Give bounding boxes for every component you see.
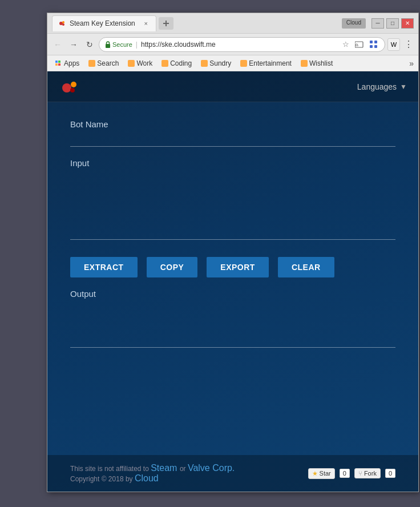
svg-rect-12	[58, 61, 60, 63]
svg-point-17	[70, 88, 75, 92]
bookmark-work[interactable]: Work	[124, 58, 156, 69]
bookmark-search[interactable]: Search	[85, 58, 122, 69]
bookmarks-more-button[interactable]: »	[409, 59, 414, 68]
svg-rect-9	[370, 45, 373, 48]
svg-rect-4	[163, 23, 169, 24]
output-section: Output	[70, 289, 395, 444]
star-icon: ★	[312, 470, 318, 477]
svg-point-15	[62, 83, 71, 92]
valve-link[interactable]: Valve Corp.	[188, 463, 235, 473]
page-content: Languages ▼ Bot Name Input EXTRACT COPY …	[47, 71, 418, 492]
bookmark-apps-label: Apps	[64, 59, 79, 67]
star-count: 0	[340, 469, 350, 478]
browser-menu-button[interactable]: ⋮	[402, 38, 415, 51]
bot-name-label: Bot Name	[70, 119, 395, 129]
bookmark-star-icon[interactable]: ☆	[340, 39, 352, 50]
dropdown-arrow-icon: ▼	[400, 83, 407, 91]
svg-point-16	[71, 82, 76, 87]
bookmarks-bar: Apps Search Work Coding Sundry Entertain…	[47, 55, 418, 71]
bookmark-wishlist[interactable]: Wishlist	[297, 58, 336, 69]
tab-favicon-icon	[58, 19, 66, 27]
close-button[interactable]: ✕	[401, 18, 414, 29]
bookmark-coding-icon	[161, 60, 168, 67]
cast-icon[interactable]	[354, 39, 365, 50]
output-label: Output	[70, 289, 395, 299]
svg-rect-14	[58, 63, 60, 66]
tab-title: Steam Key Extension	[70, 19, 135, 27]
new-tab-icon	[163, 21, 169, 26]
svg-rect-7	[370, 41, 373, 43]
fork-icon: ⑂	[358, 470, 362, 477]
cloud-badge: Cloud	[342, 18, 366, 29]
fork-count: 0	[385, 469, 395, 478]
languages-label: Languages	[357, 82, 397, 91]
languages-dropdown[interactable]: Languages ▼	[357, 82, 407, 91]
url-display: https://ske.cloudswift.me	[141, 41, 216, 49]
lock-icon	[105, 41, 111, 48]
refresh-button[interactable]: ↻	[83, 38, 96, 51]
tab-close-button[interactable]: ×	[142, 19, 150, 27]
active-tab[interactable]: Steam Key Extension ×	[52, 15, 156, 31]
url-separator: |	[136, 41, 138, 49]
minimize-button[interactable]: ─	[371, 18, 384, 29]
svg-point-1	[62, 21, 64, 23]
window-controls: Cloud ─ □ ✕	[342, 18, 414, 29]
navigation-bar: ← → ↻ Secure | https://ske.cloudswift.me…	[47, 34, 418, 55]
address-bar[interactable]: Secure | https://ske.cloudswift.me ☆	[99, 37, 385, 52]
back-button[interactable]: ←	[51, 38, 64, 51]
star-label: Star	[320, 470, 331, 477]
svg-rect-6	[355, 42, 363, 47]
or-text: or	[180, 465, 188, 473]
cloud-link[interactable]: Cloud	[135, 473, 159, 483]
word-extension-icon[interactable]: W	[387, 38, 400, 51]
cast-svg-icon	[355, 41, 364, 49]
extension-icon[interactable]	[368, 39, 379, 50]
export-button[interactable]: EXPORT	[207, 257, 269, 277]
svg-rect-13	[55, 63, 58, 66]
bookmark-wishlist-icon	[301, 60, 308, 67]
app-logo-icon	[59, 77, 79, 97]
new-tab-button[interactable]	[159, 17, 173, 30]
copy-button[interactable]: COPY	[147, 257, 198, 277]
bookmark-search-icon	[88, 60, 95, 67]
browser-window: Steam Key Extension × Cloud ─ □ ✕ ← → ↻	[47, 13, 419, 492]
bookmark-coding[interactable]: Coding	[158, 58, 195, 69]
clear-button[interactable]: CLEAR	[278, 257, 334, 277]
maximize-button[interactable]: □	[386, 18, 399, 29]
bookmark-work-icon	[128, 60, 135, 67]
bookmark-coding-label: Coding	[170, 59, 192, 67]
svg-point-2	[62, 23, 64, 26]
github-badges: ★ Star 0 ⑂ Fork 0	[308, 468, 395, 479]
output-textarea[interactable]	[70, 302, 395, 348]
copyright-text: Copyright © 2018 by	[70, 475, 135, 483]
bookmark-entertainment[interactable]: Entertainment	[237, 58, 295, 69]
fork-label: Fork	[364, 470, 377, 477]
main-area: Bot Name Input EXTRACT COPY EXPORT CLEAR…	[47, 102, 418, 455]
bookmark-entertainment-icon	[240, 60, 247, 67]
address-bar-icons: ☆	[340, 39, 379, 50]
steam-link[interactable]: Steam	[151, 463, 177, 473]
page-footer: This site is not affiliated to Steam or …	[47, 455, 418, 492]
svg-rect-10	[374, 45, 377, 48]
bookmark-entertainment-label: Entertainment	[249, 59, 292, 67]
forward-button[interactable]: →	[67, 38, 80, 51]
extract-button[interactable]: EXTRACT	[70, 257, 138, 277]
disclaimer-text: This site is not affiliated to	[70, 465, 151, 473]
svg-rect-8	[374, 41, 377, 43]
bookmark-wishlist-label: Wishlist	[309, 59, 333, 67]
secure-badge: Secure	[105, 41, 132, 48]
footer-disclaimer: This site is not affiliated to Steam or …	[70, 463, 235, 484]
star-badge[interactable]: ★ Star	[308, 468, 335, 479]
fork-badge[interactable]: ⑂ Fork	[354, 468, 381, 478]
bookmark-work-label: Work	[136, 59, 152, 67]
bookmark-sundry[interactable]: Sundry	[197, 58, 235, 69]
bookmark-apps[interactable]: Apps	[52, 58, 83, 69]
bot-name-input[interactable]	[70, 132, 395, 147]
bookmark-sundry-label: Sundry	[209, 59, 231, 67]
nav-extra-icons: W ⋮	[387, 38, 415, 51]
bookmark-sundry-icon	[201, 60, 208, 67]
svg-rect-5	[106, 44, 110, 48]
input-textarea[interactable]	[70, 171, 395, 240]
action-buttons-row: EXTRACT COPY EXPORT CLEAR	[70, 257, 395, 277]
bot-name-section: Bot Name	[70, 119, 395, 147]
